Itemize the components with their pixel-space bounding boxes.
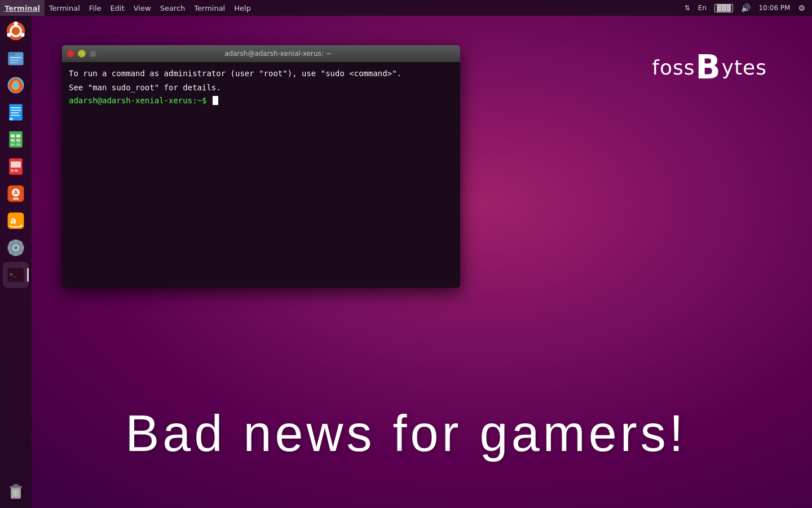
svg-rect-40 xyxy=(8,247,11,249)
svg-rect-7 xyxy=(10,57,21,58)
terminal-title: adarsh@adarsh-xenial-xerus: ~ xyxy=(100,50,456,58)
svg-rect-38 xyxy=(15,240,17,243)
svg-text:W: W xyxy=(9,117,13,121)
svg-text:>_: >_ xyxy=(10,271,16,277)
system-tray: ⇅ En ▓▓▓ 🔊 10:06 PM ⚙ xyxy=(682,3,812,12)
dock-item-amazon[interactable]: a xyxy=(3,208,29,234)
window-close-button[interactable] xyxy=(67,50,74,58)
svg-point-3 xyxy=(20,33,24,37)
svg-rect-27 xyxy=(11,169,14,172)
svg-rect-15 xyxy=(11,112,19,113)
dock-item-system-settings[interactable] xyxy=(3,235,29,261)
terminal-titlebar: adarsh@adarsh-xenial-xerus: ~ xyxy=(62,45,460,62)
app-name-menu[interactable]: Terminal xyxy=(0,0,45,16)
keyboard-layout-indicator[interactable]: En xyxy=(696,4,709,12)
window-maximize-button[interactable] xyxy=(89,50,97,58)
clock[interactable]: 10:06 PM xyxy=(756,4,792,12)
svg-rect-13 xyxy=(11,107,21,108)
svg-rect-20 xyxy=(16,134,20,137)
dock-item-ubuntu[interactable] xyxy=(3,18,29,44)
svg-rect-50 xyxy=(14,484,19,487)
svg-rect-31 xyxy=(13,198,19,200)
svg-rect-22 xyxy=(16,139,20,142)
svg-rect-8 xyxy=(10,60,19,61)
volume-icon[interactable]: 🔊 xyxy=(739,3,753,12)
dock: W A xyxy=(0,16,32,508)
terminal-prompt-symbol xyxy=(206,96,211,105)
fossbytes-foss: foss xyxy=(652,56,695,79)
svg-rect-23 xyxy=(11,143,15,146)
svg-rect-16 xyxy=(11,115,20,116)
fossbytes-ytes: ytes xyxy=(722,56,767,79)
terminal-cursor xyxy=(213,96,218,105)
dock-item-files[interactable] xyxy=(3,45,29,71)
terminal-body[interactable]: To run a command as administrator (user … xyxy=(62,62,460,288)
battery-icon[interactable]: ▓▓▓ xyxy=(712,4,735,12)
svg-point-11 xyxy=(13,82,19,89)
svg-rect-24 xyxy=(16,143,20,146)
svg-rect-51 xyxy=(14,489,15,497)
dock-item-terminal[interactable]: >_ xyxy=(3,262,29,288)
desktop-big-text: Bad news for gamers! xyxy=(0,405,812,463)
svg-point-37 xyxy=(14,246,17,249)
fossbytes-logo: foss B ytes xyxy=(652,51,767,84)
terminal-prompt-line: adarsh@adarsh-xenial-xerus:~$ xyxy=(69,96,453,105)
dock-item-libreoffice-impress[interactable] xyxy=(3,154,29,179)
top-menu-bar: Terminal Terminal File Edit View Search … xyxy=(0,0,812,16)
window-minimize-button[interactable] xyxy=(78,50,86,58)
dock-item-libreoffice-writer[interactable]: W xyxy=(3,99,29,125)
dock-bottom xyxy=(0,478,32,508)
terminal-window: adarsh@adarsh-xenial-xerus: ~ To run a c… xyxy=(62,45,460,288)
menu-terminal[interactable]: Terminal xyxy=(45,0,85,16)
dock-item-libreoffice-calc[interactable] xyxy=(3,126,29,152)
dock-item-firefox[interactable] xyxy=(3,72,29,98)
svg-point-2 xyxy=(14,21,17,25)
svg-rect-21 xyxy=(11,139,15,142)
terminal-info-line1: To run a command as administrator (user … xyxy=(69,68,453,80)
svg-rect-6 xyxy=(8,52,16,55)
svg-rect-19 xyxy=(11,134,15,137)
svg-rect-39 xyxy=(15,253,17,256)
terminal-prompt-user: adarsh@adarsh-xenial-xerus:~$ xyxy=(69,96,206,105)
svg-rect-9 xyxy=(10,62,17,63)
menu-terminal2[interactable]: Terminal xyxy=(189,0,230,16)
svg-text:A: A xyxy=(14,190,17,195)
svg-rect-14 xyxy=(11,110,21,111)
terminal-info-line2: See "man sudo_root" for details. xyxy=(69,82,453,94)
menu-view[interactable]: View xyxy=(129,0,156,16)
menu-help[interactable]: Help xyxy=(230,0,255,16)
menu-edit[interactable]: Edit xyxy=(106,0,129,16)
svg-rect-26 xyxy=(11,161,21,168)
svg-rect-53 xyxy=(17,489,19,497)
svg-rect-28 xyxy=(15,169,17,172)
top-bar-left: Terminal Terminal File Edit View Search … xyxy=(0,0,255,16)
network-sort-icon[interactable]: ⇅ xyxy=(682,4,692,12)
menu-file[interactable]: File xyxy=(85,0,106,16)
dock-item-trash[interactable] xyxy=(3,478,29,503)
settings-tray-icon[interactable]: ⚙ xyxy=(796,3,807,12)
svg-rect-41 xyxy=(21,247,24,249)
menu-search[interactable]: Search xyxy=(156,0,190,16)
svg-rect-52 xyxy=(15,489,16,497)
fossbytes-B: B xyxy=(695,51,721,84)
svg-text:a: a xyxy=(10,215,16,226)
dock-item-ubuntu-software[interactable]: A xyxy=(3,181,29,207)
svg-point-4 xyxy=(7,33,11,37)
